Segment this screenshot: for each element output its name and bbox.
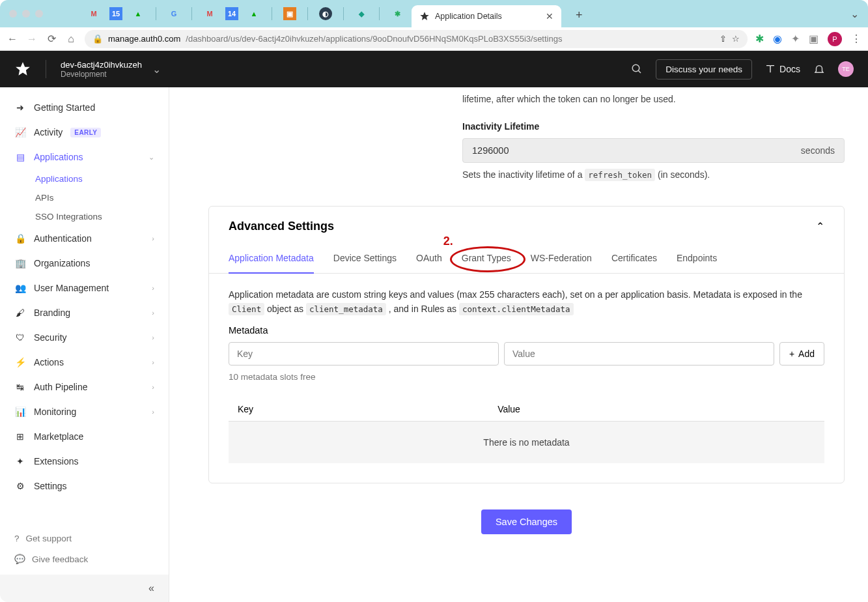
- chevron-right-icon: ›: [152, 408, 154, 416]
- gear-icon: ⚙: [14, 480, 26, 492]
- drive-icon[interactable]: ▲: [132, 7, 145, 20]
- metadata-value-input[interactable]: [504, 342, 774, 366]
- traffic-light-close[interactable]: [9, 10, 17, 18]
- tab-endpoints[interactable]: Endpoints: [677, 253, 717, 273]
- annotation-number: 2.: [443, 235, 453, 248]
- label: Actions: [34, 357, 64, 367]
- green-star-icon[interactable]: ✱: [391, 7, 404, 20]
- save-changes-button[interactable]: Save Changes: [481, 509, 572, 534]
- give-feedback-link[interactable]: 💬Give feedback: [0, 549, 169, 569]
- menu-icon[interactable]: ⋮: [851, 33, 861, 45]
- sidebar-item-monitoring[interactable]: 📊Monitoring›: [0, 399, 169, 424]
- chevron-down-icon: ⌄: [152, 63, 161, 76]
- extensions-icon[interactable]: ✦: [791, 33, 800, 45]
- globe-icon[interactable]: ◐: [319, 7, 332, 20]
- profile-avatar[interactable]: P: [828, 32, 842, 46]
- add-metadata-button[interactable]: +Add: [779, 342, 824, 366]
- tenant-selector[interactable]: dev-6actj4z0ihvkuzeh Development: [61, 60, 142, 79]
- sidebar-item-applications[interactable]: ▤Applications⌄: [0, 145, 169, 169]
- get-support-link[interactable]: ?Get support: [0, 528, 169, 549]
- label: Authentication: [34, 233, 92, 244]
- metadata-table: Key Value There is no metadata: [229, 397, 824, 463]
- close-tab-icon[interactable]: ✕: [546, 11, 553, 22]
- label: Get support: [26, 534, 72, 543]
- chevron-right-icon: ›: [152, 358, 154, 366]
- orange-app-icon[interactable]: ▣: [283, 7, 296, 20]
- user-avatar[interactable]: TE: [838, 61, 854, 77]
- new-tab-button[interactable]: +: [576, 8, 583, 22]
- metadata-description: Application metadata are custom string k…: [229, 288, 824, 316]
- sidebar-sub-sso[interactable]: SSO Integrations: [0, 207, 169, 226]
- sidebar-item-extensions[interactable]: ✦Extensions: [0, 449, 169, 474]
- sidebar-item-authentication[interactable]: 🔒Authentication›: [0, 226, 169, 251]
- sidebar-item-getting-started[interactable]: ➜Getting Started: [0, 95, 169, 120]
- sidebar-item-branding[interactable]: 🖌Branding›: [0, 300, 169, 325]
- collapse-panel-icon[interactable]: ⌃: [816, 220, 824, 233]
- google-icon[interactable]: G: [167, 7, 180, 20]
- lock-icon: 🔒: [14, 233, 26, 244]
- advanced-settings-panel: Advanced Settings ⌃ Application Metadata…: [208, 206, 845, 483]
- sidebar-item-settings[interactable]: ⚙Settings: [0, 474, 169, 498]
- inactivity-lifetime-input[interactable]: 1296000 seconds: [462, 138, 845, 163]
- forward-button[interactable]: →: [26, 33, 38, 45]
- gmail2-icon[interactable]: M: [203, 7, 216, 20]
- sidebar-item-marketplace[interactable]: ⊞Marketplace: [0, 424, 169, 449]
- traffic-light-min[interactable]: [22, 10, 30, 18]
- cal-15-icon[interactable]: 15: [109, 7, 122, 20]
- teal-diamond-icon[interactable]: ◆: [355, 7, 368, 20]
- panel-icon[interactable]: ▣: [809, 33, 819, 45]
- tabs-dropdown-icon[interactable]: ⌄: [850, 8, 859, 20]
- share-icon[interactable]: ⇧: [720, 34, 727, 44]
- sidebar-item-security[interactable]: 🛡Security›: [0, 325, 169, 350]
- sidebar-item-actions[interactable]: ⚡Actions›: [0, 350, 169, 375]
- ext-star-icon[interactable]: ✱: [755, 33, 764, 45]
- reload-button[interactable]: ⟳: [46, 33, 57, 45]
- browser-tab[interactable]: Application Details ✕: [412, 5, 561, 27]
- sidebar-item-auth-pipeline[interactable]: ↹Auth Pipeline›: [0, 375, 169, 399]
- tenant-name: dev-6actj4z0ihvkuzeh: [61, 60, 142, 70]
- discuss-needs-button[interactable]: Discuss your needs: [656, 59, 752, 79]
- label: Add: [798, 349, 815, 359]
- metadata-label: Metadata: [229, 325, 824, 336]
- svg-line-1: [639, 70, 641, 73]
- tab-application-metadata[interactable]: Application Metadata: [229, 253, 314, 274]
- tab-grant-types[interactable]: Grant Types 2.: [462, 253, 511, 273]
- bookmark-icon[interactable]: ☆: [732, 34, 740, 44]
- docs-link[interactable]: Docs: [765, 64, 800, 74]
- home-button[interactable]: ⌂: [65, 33, 77, 45]
- lock-icon: 🔒: [92, 34, 103, 44]
- tab-ws-federation[interactable]: WS-Federation: [531, 253, 592, 273]
- tab-oauth[interactable]: OAuth: [416, 253, 442, 273]
- drive2-icon[interactable]: ▲: [247, 7, 260, 20]
- gmail-icon[interactable]: M: [87, 7, 100, 20]
- pinned-tabs: M 15 ▲ G M 14 ▲ ▣ ◐ ◆ ✱: [87, 7, 404, 20]
- metadata-key-input[interactable]: [229, 342, 499, 366]
- label: Settings: [34, 481, 67, 491]
- sidebar-sub-applications[interactable]: Applications: [0, 169, 169, 188]
- back-button[interactable]: ←: [7, 33, 18, 45]
- bolt-icon: ⚡: [14, 356, 26, 368]
- early-badge: EARLY: [70, 128, 101, 137]
- chevron-right-icon: ›: [152, 383, 154, 391]
- label: Branding: [34, 308, 70, 318]
- tab-certificates[interactable]: Certificates: [611, 253, 657, 273]
- collapse-sidebar-button[interactable]: «: [0, 575, 169, 602]
- ext-1p-icon[interactable]: ◉: [773, 33, 782, 45]
- sidebar-sub-apis[interactable]: APIs: [0, 188, 169, 207]
- sidebar-item-activity[interactable]: 📈ActivityEARLY: [0, 120, 169, 145]
- sidebar-item-organizations[interactable]: 🏢Organizations: [0, 251, 169, 276]
- address-bar[interactable]: 🔒 manage.auth0.com/dashboard/us/dev-6act…: [85, 30, 748, 48]
- sidebar-item-user-management[interactable]: 👥User Management›: [0, 276, 169, 300]
- input-unit: seconds: [801, 145, 835, 156]
- app-header: dev-6actj4z0ihvkuzeh Development ⌄ Discu…: [0, 51, 868, 87]
- help-icon: ?: [14, 534, 20, 543]
- search-icon[interactable]: [631, 63, 643, 75]
- auth0-logo-icon[interactable]: [14, 61, 31, 78]
- label: Give feedback: [32, 554, 88, 564]
- cal-14-icon[interactable]: 14: [225, 7, 238, 20]
- bell-icon[interactable]: [813, 63, 825, 75]
- traffic-light-max[interactable]: [35, 10, 43, 18]
- tab-device-settings[interactable]: Device Settings: [333, 253, 397, 273]
- tenant-env: Development: [61, 70, 142, 79]
- users-icon: 👥: [14, 282, 26, 294]
